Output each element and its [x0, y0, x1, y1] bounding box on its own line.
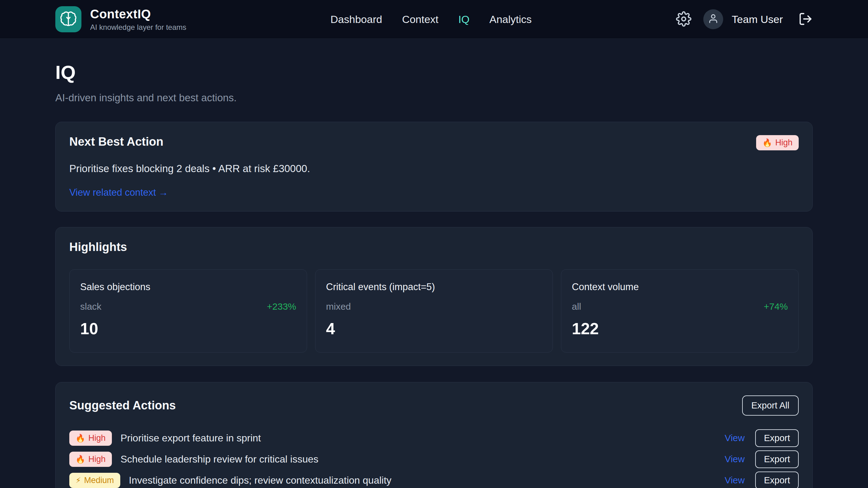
- highlight-source: all: [572, 301, 581, 312]
- page-subtitle: AI-driven insights and next best actions…: [55, 92, 813, 104]
- suggested-action-row: ⚡ Medium Investigate confidence dips; re…: [69, 471, 799, 488]
- nav-context[interactable]: Context: [402, 13, 438, 26]
- export-button[interactable]: Export: [755, 429, 799, 447]
- user-name: Team User: [732, 13, 783, 26]
- priority-badge-high: 🔥 High: [69, 430, 112, 446]
- user-icon: [708, 13, 718, 25]
- highlight-value: 4: [326, 319, 542, 338]
- action-text: Prioritise export feature in sprint: [121, 432, 261, 444]
- page-title: IQ: [55, 61, 813, 83]
- export-button[interactable]: Export: [755, 450, 799, 468]
- top-navbar: ContextIQ AI knowledge layer for teams D…: [0, 0, 868, 39]
- highlight-title: Sales objections: [80, 282, 296, 293]
- app-subtitle: AI knowledge layer for teams: [90, 23, 186, 32]
- view-link[interactable]: View: [725, 475, 745, 486]
- fire-icon: 🔥: [75, 434, 85, 442]
- next-best-action-card: Next Best Action 🔥 High Prioritise fixes…: [55, 122, 813, 212]
- priority-badge-medium: ⚡ Medium: [69, 473, 120, 488]
- logout-button[interactable]: [798, 12, 813, 27]
- fire-icon: 🔥: [75, 455, 85, 463]
- header-actions: Team User: [676, 9, 813, 29]
- settings-button[interactable]: [676, 11, 691, 28]
- highlight-value: 122: [572, 319, 788, 338]
- suggested-action-row: 🔥 High Schedule leadership review for cr…: [69, 450, 799, 468]
- gear-icon: [676, 11, 691, 28]
- brain-icon: [60, 10, 77, 29]
- nav-iq[interactable]: IQ: [458, 13, 470, 26]
- priority-badge-label: High: [88, 455, 106, 463]
- fire-icon: 🔥: [762, 139, 772, 147]
- main-nav: Dashboard Context IQ Analytics: [330, 13, 532, 26]
- priority-badge-label: High: [88, 434, 106, 442]
- priority-badge-high: 🔥 High: [69, 452, 112, 467]
- highlight-source: mixed: [326, 301, 351, 312]
- avatar[interactable]: [703, 9, 723, 29]
- priority-badge-label: High: [775, 138, 793, 147]
- highlight-title: Context volume: [572, 282, 788, 293]
- next-best-action-text: Prioritise fixes blocking 2 deals • ARR …: [69, 163, 799, 174]
- app-logo: [55, 6, 82, 32]
- view-link[interactable]: View: [725, 433, 745, 443]
- next-best-action-title: Next Best Action: [69, 135, 163, 149]
- priority-badge-high: 🔥 High: [756, 135, 799, 150]
- action-text: Schedule leadership review for critical …: [121, 454, 318, 465]
- highlight-source: slack: [80, 301, 101, 312]
- highlight-title: Critical events (impact=5): [326, 282, 542, 293]
- app-title: ContextIQ: [90, 7, 186, 21]
- highlight-delta: +74%: [764, 301, 788, 312]
- highlight-card-context-volume: Context volume all +74% 122: [561, 269, 799, 353]
- suggested-actions-list: 🔥 High Prioritise export feature in spri…: [69, 429, 799, 488]
- highlights-title: Highlights: [69, 240, 799, 254]
- suggested-action-row: 🔥 High Prioritise export feature in spri…: [69, 429, 799, 447]
- zap-icon: ⚡: [75, 477, 81, 484]
- suggested-actions-card: Suggested Actions Export All 🔥 High Prio…: [55, 382, 813, 488]
- nav-analytics[interactable]: Analytics: [490, 13, 532, 26]
- suggested-actions-title: Suggested Actions: [69, 399, 176, 412]
- highlights-card: Highlights Sales objections slack +233% …: [55, 227, 813, 366]
- view-link[interactable]: View: [725, 454, 745, 464]
- action-text: Investigate confidence dips; review cont…: [129, 475, 392, 486]
- nav-dashboard[interactable]: Dashboard: [330, 13, 382, 26]
- view-related-context-link[interactable]: View related context →: [69, 187, 168, 198]
- export-all-button[interactable]: Export All: [742, 395, 799, 416]
- export-button[interactable]: Export: [755, 471, 799, 488]
- highlight-delta: +233%: [267, 301, 296, 312]
- priority-badge-label: Medium: [84, 476, 114, 485]
- highlight-value: 10: [80, 319, 296, 338]
- logout-icon: [798, 12, 813, 27]
- highlight-card-critical-events: Critical events (impact=5) mixed 4: [315, 269, 553, 353]
- brand: ContextIQ AI knowledge layer for teams: [55, 6, 186, 32]
- highlight-card-sales-objections: Sales objections slack +233% 10: [69, 269, 307, 353]
